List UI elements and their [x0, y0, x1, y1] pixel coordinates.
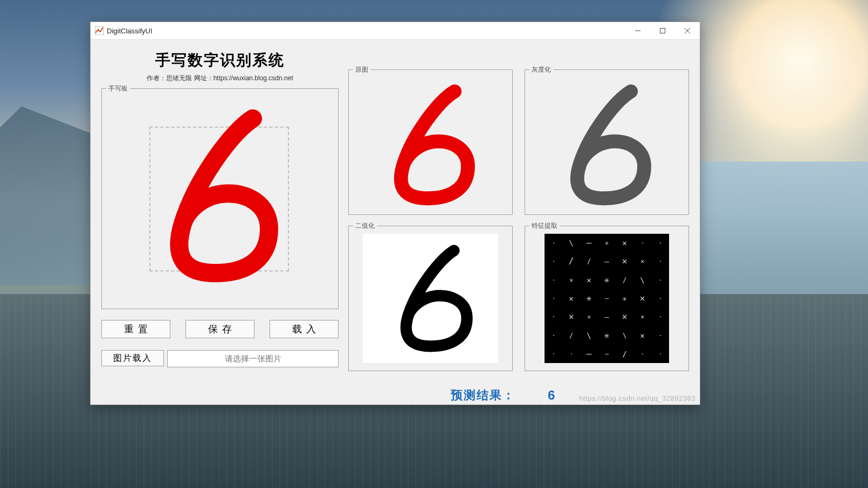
binary-digit	[363, 234, 498, 363]
reset-button[interactable]: 重置	[101, 320, 170, 338]
window-controls	[625, 22, 700, 39]
result-label: 预测结果：	[451, 387, 515, 403]
load-button[interactable]: 载入	[270, 320, 339, 338]
app-title: 手写数字识别系统	[101, 50, 339, 71]
original-digit	[349, 70, 512, 214]
button-row: 重置 保存 载入	[101, 320, 339, 338]
client-area: 手写数字识别系统 作者：思绪无限 网址：https://wuxian.blog.…	[91, 39, 700, 405]
image-load-button[interactable]: 图片载入	[101, 350, 164, 366]
binary-image-box: 二值化	[348, 226, 513, 371]
preview-grid: 原图 灰度化 二值化	[348, 69, 689, 371]
save-button[interactable]: 保存	[185, 320, 254, 338]
titlebar[interactable]: DigitClassifyUI	[91, 22, 700, 40]
svg-rect-3	[660, 29, 665, 33]
gray-digit	[525, 70, 688, 214]
author-name: 思绪无限	[166, 74, 192, 82]
gray-image-box: 灰度化	[525, 69, 689, 215]
author-prefix: 作者：	[147, 74, 166, 82]
binary-legend: 二值化	[353, 221, 377, 231]
right-column: 原图 灰度化 二值化	[348, 69, 689, 403]
window-title: DigitClassifyUI	[107, 27, 153, 35]
app-window: DigitClassifyUI 手写数字识别系统 作者：思绪无限 网址：http…	[90, 22, 700, 405]
image-path-field[interactable]	[167, 350, 339, 367]
result-value: 6	[548, 388, 555, 403]
feature-image-box: 特征提取 \—✳✕//—✕✕✕✕✳/\✕✳—✳✕✕✳—✕✕/\✳\✕——/	[525, 226, 689, 371]
left-column: 手写数字识别系统 作者：思绪无限 网址：https://wuxian.blog.…	[101, 46, 339, 367]
maximize-button[interactable]	[650, 22, 675, 39]
minimize-button[interactable]	[625, 22, 650, 39]
gray-legend: 灰度化	[529, 65, 553, 74]
feature-legend: 特征提取	[529, 221, 560, 231]
drawing-board-group: 手写板	[101, 88, 339, 309]
file-row: 图片载入	[101, 350, 339, 367]
app-icon	[95, 26, 104, 35]
watermark: https://blog.csdn.net/qq_32892383	[579, 394, 695, 402]
url-prefix: 网址：	[192, 74, 213, 82]
feature-map: \—✳✕//—✕✕✕✕✳/\✕✳—✳✕✕✳—✕✕/\✳\✕——/	[545, 234, 669, 363]
original-image-box: 原图	[348, 69, 513, 215]
close-button[interactable]	[675, 22, 700, 39]
original-legend: 原图	[353, 65, 370, 74]
author-url: https://wuxian.blog.csdn.net	[213, 74, 293, 82]
binary-inner	[363, 234, 498, 363]
author-line: 作者：思绪无限 网址：https://wuxian.blog.csdn.net	[101, 74, 339, 83]
drawing-canvas[interactable]	[102, 89, 339, 309]
